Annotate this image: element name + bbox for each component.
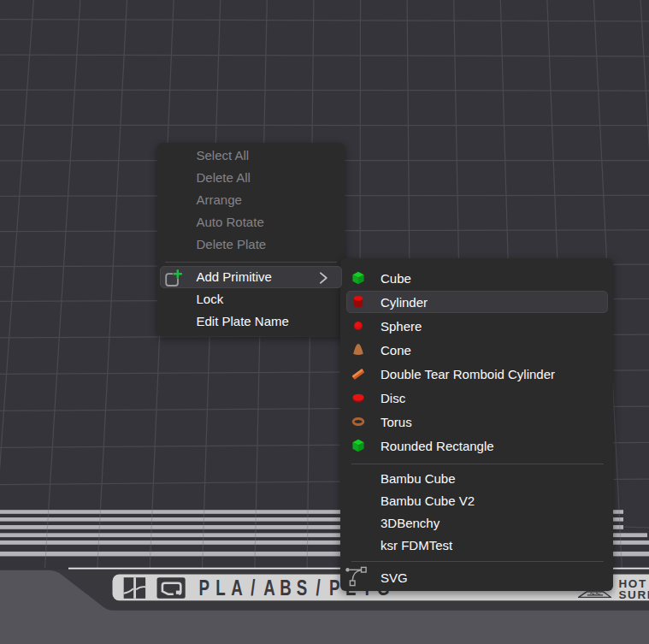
svg-text:P: P	[199, 575, 209, 600]
svg-text:/: /	[251, 575, 256, 600]
svg-text:/: /	[316, 575, 322, 600]
svg-text:A: A	[231, 575, 243, 600]
svg-text:B: B	[280, 575, 292, 600]
svg-text:SURF: SURF	[619, 588, 649, 601]
svg-text:A: A	[263, 575, 275, 600]
svg-text:S: S	[297, 575, 307, 600]
svg-text:P: P	[329, 575, 339, 600]
svg-text:L: L	[215, 575, 226, 600]
